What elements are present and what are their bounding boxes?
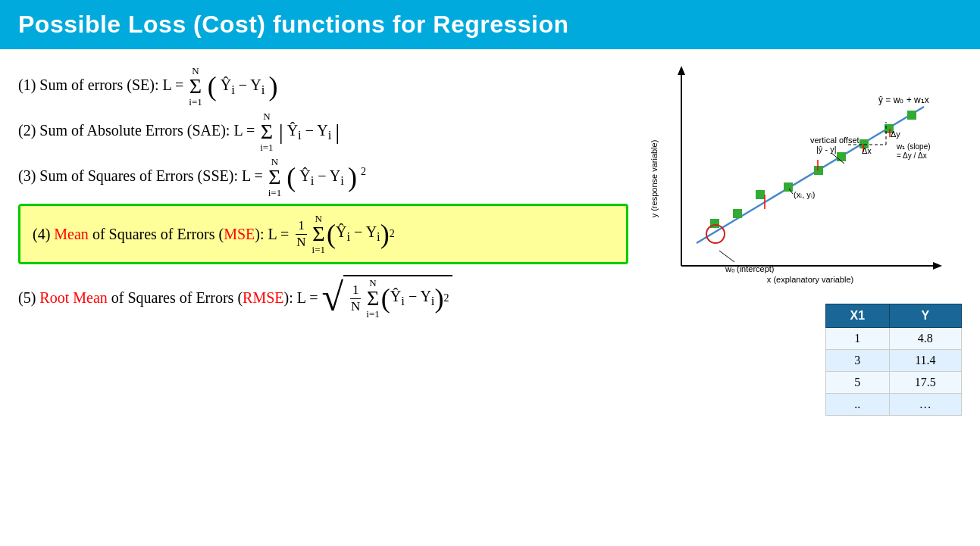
formula-4-suffix: ): L = <box>255 226 289 242</box>
svg-text:Δy: Δy <box>891 129 900 139</box>
formula-5-suffix: ): L = <box>284 289 318 306</box>
table-cell-x1: 3 <box>826 350 890 372</box>
svg-rect-13 <box>837 152 846 161</box>
formula-3-sum: N Σ i=1 <box>268 157 281 198</box>
table-row: 14.8 <box>826 328 962 350</box>
svg-rect-9 <box>733 209 742 218</box>
formula-5-rmse: RMSE <box>243 289 283 306</box>
data-table: X1 Y 14.8311.4517.5..… <box>825 304 962 416</box>
svg-text:y (response variable): y (response variable) <box>650 140 659 218</box>
formula-1-label: (1) Sum of errors (SE): L = <box>18 76 183 93</box>
table-cell-x1: .. <box>826 394 890 416</box>
svg-text:ŷ = w₀ + w₁x: ŷ = w₀ + w₁x <box>878 95 929 105</box>
formula-4-sum: N Σ i=1 <box>312 214 325 254</box>
formula-5-root-mean: Root Mean <box>39 289 107 306</box>
formula-2-label: (2) Sum of Absolute Errors (SAE): L = <box>18 122 255 139</box>
table-header-x1: X1 <box>826 304 890 328</box>
formula-4-middle: of Squares of Errors ( <box>89 226 224 242</box>
table-row: 311.4 <box>826 350 962 372</box>
svg-rect-11 <box>784 183 793 192</box>
main-content: (1) Sum of errors (SE): L = N Σ i=1 ( Ŷi… <box>0 61 980 416</box>
svg-marker-2 <box>678 66 685 75</box>
svg-text:Δx: Δx <box>862 146 872 155</box>
formula-2-sum: N Σ i=1 <box>260 111 273 152</box>
svg-text:|ŷ - y|: |ŷ - y| <box>816 145 837 154</box>
header-banner: Possible Loss (Cost) functions for Regre… <box>0 0 980 49</box>
svg-rect-10 <box>756 190 765 199</box>
table-cell-y: … <box>889 394 961 416</box>
chart-svg: y (response variable) x (explanatory var… <box>643 61 947 296</box>
right-panel: y (response variable) x (explanatory var… <box>643 61 962 416</box>
formula-5-middle: of Squares of Errors ( <box>108 289 243 306</box>
svg-text:w₁ (slope): w₁ (slope) <box>896 142 931 151</box>
formula-4-mse: MSE <box>224 226 255 242</box>
formula-5-sqrt: √ 1 N N Σ i=1 ( Ŷi − Yi ) 2 <box>322 275 452 320</box>
svg-marker-3 <box>933 262 942 270</box>
table-cell-x1: 5 <box>826 372 890 394</box>
formula-3: (3) Sum of Squares of Errors (SSE): L = … <box>18 157 628 198</box>
table-row: 517.5 <box>826 372 962 394</box>
formulas-panel: (1) Sum of errors (SE): L = N Σ i=1 ( Ŷi… <box>18 61 628 416</box>
page-title: Possible Loss (Cost) functions for Regre… <box>18 11 569 38</box>
table-body: 14.8311.4517.5..… <box>826 328 962 416</box>
table-header-y: Y <box>889 304 961 328</box>
svg-line-31 <box>719 251 734 262</box>
table-cell-y: 4.8 <box>889 328 961 350</box>
svg-rect-12 <box>814 166 823 175</box>
svg-text:w₀ (intercept): w₀ (intercept) <box>725 264 775 273</box>
formula-4-prefix: (4) <box>33 226 54 242</box>
svg-rect-16 <box>907 111 916 120</box>
formula-5-prefix: (5) <box>18 289 39 306</box>
table-cell-y: 11.4 <box>889 350 961 372</box>
formula-4-highlight: (4) Mean of Squares of Errors (MSE): L =… <box>18 204 628 264</box>
table-row: ..… <box>826 394 962 416</box>
table-cell-x1: 1 <box>826 328 890 350</box>
svg-text:x (explanatory variable): x (explanatory variable) <box>767 275 853 284</box>
svg-text:= Δy / Δx: = Δy / Δx <box>897 151 927 160</box>
svg-text:(xᵢ, yᵢ): (xᵢ, yᵢ) <box>794 190 815 199</box>
formula-4-fraction: 1 N <box>294 218 308 250</box>
table-cell-y: 17.5 <box>889 372 961 394</box>
svg-text:vertical offset: vertical offset <box>810 136 859 145</box>
formula-1: (1) Sum of errors (SE): L = N Σ i=1 ( Ŷi… <box>18 66 628 107</box>
formula-1-sum: N Σ i=1 <box>189 66 202 107</box>
formula-2: (2) Sum of Absolute Errors (SAE): L = N … <box>18 111 628 152</box>
formula-3-label: (3) Sum of Squares of Errors (SSE): L = <box>18 167 263 184</box>
formula-4-mean: Mean <box>54 226 89 242</box>
regression-chart: y (response variable) x (explanatory var… <box>643 61 947 296</box>
formula-5: (5) Root Mean of Squares of Errors (RMSE… <box>18 275 628 320</box>
